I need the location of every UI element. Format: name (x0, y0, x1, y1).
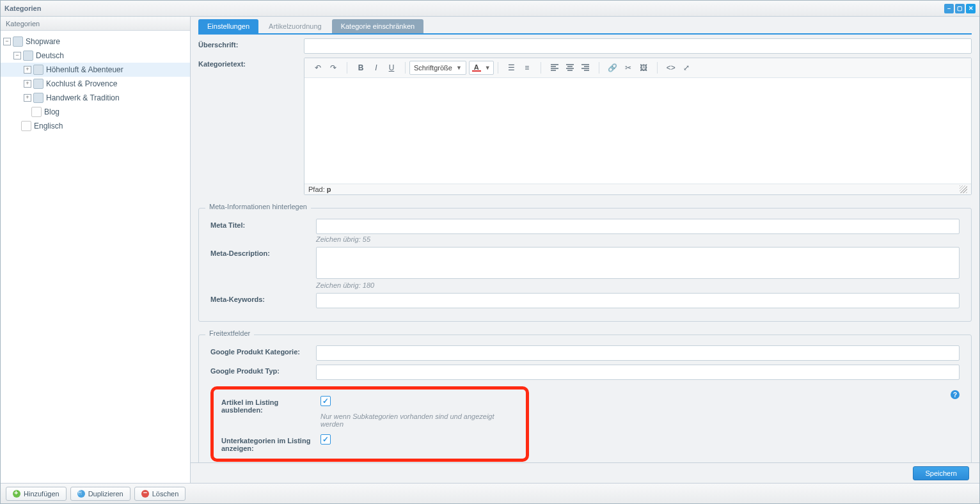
toolbar-separator (347, 62, 347, 74)
bold-icon[interactable]: B (354, 61, 368, 75)
toolbar-separator (599, 62, 599, 74)
google-type-input[interactable] (316, 365, 960, 380)
tree-toggle-icon[interactable]: − (3, 38, 11, 45)
duplicate-button[interactable]: Duplizieren (70, 487, 130, 501)
maximize-button[interactable]: ▢ (955, 4, 965, 13)
redo-icon[interactable]: ↷ (326, 61, 340, 75)
tree-label: Kochlust & Provence (46, 79, 117, 88)
help-icon[interactable]: ? (951, 390, 960, 399)
add-button-label: Hinzufügen (24, 490, 59, 498)
underline-icon[interactable]: U (384, 61, 399, 75)
rte-path-label: Pfad: (308, 185, 325, 193)
save-button-label: Speichern (925, 469, 957, 477)
tree-label: Shopware (26, 37, 60, 46)
footer-toolbar: Hinzufügen Duplizieren Löschen (1, 483, 979, 503)
label-google-type: Google Produkt Typ: (210, 365, 316, 375)
meta-fieldset: Meta-Informationen hinterlegen Meta Tite… (198, 208, 972, 322)
window-title: Kategorien (4, 4, 944, 12)
folder-icon (33, 65, 43, 75)
right-footer: Speichern (191, 462, 979, 483)
content: Kategorien − Shopware − Deutsch + Höhenl… (1, 17, 979, 483)
tree-node-deutsch[interactable]: − Deutsch (1, 49, 190, 63)
unordered-list-icon[interactable]: ☰ (505, 61, 519, 75)
label-kategorietext: Kategorietext: (198, 58, 304, 68)
label-meta-title: Meta Titel: (210, 219, 316, 229)
tree-label: Englisch (34, 122, 63, 130)
folder-icon (33, 79, 43, 89)
rte-statusbar: Pfad: p (304, 184, 971, 194)
tree-node-englisch[interactable]: Englisch (1, 119, 190, 133)
fontsize-select[interactable]: Schriftgröße ▼ (409, 61, 466, 75)
align-left-icon[interactable] (548, 61, 562, 75)
resize-handle-icon[interactable] (960, 185, 967, 193)
meta-description-input[interactable] (316, 247, 960, 279)
tree-node-hoehenluft[interactable]: + Höhenluft & Abenteuer (1, 63, 190, 77)
tree-toggle-icon[interactable]: − (13, 52, 21, 59)
image-icon[interactable]: 🖼 (636, 61, 651, 75)
meta-keywords-input[interactable] (316, 293, 960, 308)
hide-articles-checkbox[interactable] (320, 396, 331, 406)
delete-button-label: Löschen (152, 490, 179, 498)
align-right-icon[interactable] (578, 61, 592, 75)
tree-node-kochlust[interactable]: + Kochlust & Provence (1, 77, 190, 91)
tab-settings[interactable]: Einstellungen (198, 19, 258, 33)
duplicate-icon (77, 490, 85, 498)
hide-articles-hint: Nur wenn Subkategorien vorhanden sind un… (320, 413, 518, 428)
tree-node-shopware[interactable]: − Shopware (1, 35, 190, 49)
italic-icon[interactable]: I (369, 61, 383, 75)
tree-label: Höhenluft & Abenteuer (46, 65, 123, 74)
tree-label: Blog (44, 107, 59, 116)
label-meta-keywords: Meta-Keywords: (210, 293, 316, 303)
rte-body[interactable] (304, 78, 971, 184)
rich-text-editor: ↶ ↷ B I U (304, 58, 972, 195)
tree-node-handwerk[interactable]: + Handwerk & Tradition (1, 91, 190, 105)
rte-path: Pfad: p (308, 185, 331, 193)
rte-toolbar: ↶ ↷ B I U (304, 58, 971, 78)
delete-button[interactable]: Löschen (134, 487, 186, 501)
fullscreen-icon[interactable]: ⤢ (679, 61, 693, 75)
folder-icon (13, 36, 23, 47)
chevron-down-icon: ▼ (485, 65, 491, 71)
category-tree: − Shopware − Deutsch + Höhenluft & Abent… (1, 31, 190, 483)
add-button[interactable]: Hinzufügen (6, 487, 67, 501)
show-subcats-checkbox[interactable] (320, 434, 331, 445)
delete-icon (141, 490, 149, 498)
meta-title-hint: Zeichen übrig: 55 (316, 235, 960, 243)
undo-icon[interactable]: ↶ (311, 61, 325, 75)
highlight-box: Artikel im Listing ausblenden: Nur wenn … (210, 386, 529, 462)
link-icon[interactable]: 🔗 (606, 61, 620, 75)
page-icon (21, 121, 31, 131)
tree-label: Handwerk & Tradition (46, 93, 120, 102)
ueberschrift-input[interactable] (304, 38, 972, 54)
window: Kategorien – ▢ ✕ Kategorien − Shopware −… (0, 0, 980, 504)
save-button[interactable]: Speichern (913, 466, 969, 480)
chevron-down-icon: ▼ (456, 65, 462, 71)
titlebar: Kategorien – ▢ ✕ (1, 1, 979, 17)
tree-toggle-icon[interactable]: + (24, 80, 31, 88)
tab-restrict-category[interactable]: Kategorie einschränken (332, 19, 424, 33)
meta-title-input[interactable] (316, 219, 960, 234)
tab-article-assignment[interactable]: Artikelzuordnung (260, 19, 331, 33)
align-center-icon[interactable] (563, 61, 577, 75)
form-area: Überschrift: Kategorietext: ↶ ↷ (191, 35, 979, 462)
close-button[interactable]: ✕ (966, 4, 976, 13)
source-code-icon[interactable]: <> (664, 61, 678, 75)
rte-path-value: p (327, 185, 331, 193)
window-buttons: – ▢ ✕ (944, 4, 976, 13)
toolbar-separator (541, 62, 541, 74)
sidebar-header: Kategorien (1, 17, 190, 31)
label-meta-description: Meta-Description: (210, 247, 316, 257)
label-hide-articles: Artikel im Listing ausblenden: (221, 396, 320, 414)
tree-toggle-icon[interactable]: + (24, 66, 31, 74)
tree-toggle-icon[interactable]: + (24, 94, 31, 102)
font-color-icon: A (472, 64, 481, 72)
toolbar-separator (498, 62, 498, 74)
minimize-button[interactable]: – (944, 4, 954, 13)
google-category-input[interactable] (316, 345, 960, 361)
fontcolor-select[interactable]: A ▼ (469, 61, 494, 75)
tree-node-blog[interactable]: Blog (1, 105, 190, 119)
main-panel: Einstellungen Artikelzuordnung Kategorie… (191, 17, 979, 483)
unlink-icon[interactable]: ✂ (621, 61, 635, 75)
freetext-fieldset: Freitextfelder Google Produkt Kategorie:… (198, 335, 972, 462)
ordered-list-icon[interactable]: ≡ (520, 61, 534, 75)
